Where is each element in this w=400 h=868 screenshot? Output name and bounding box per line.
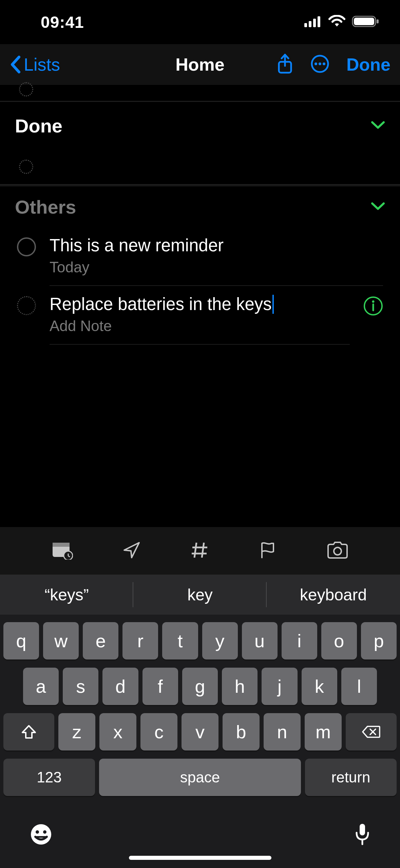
reminder-checkbox[interactable] [17,237,36,256]
svg-point-12 [323,62,325,65]
svg-line-22 [202,543,204,558]
key-o[interactable]: o [321,622,357,659]
key-h[interactable]: h [222,668,258,705]
emoji-icon [30,823,52,846]
key-n[interactable]: n [264,713,301,751]
reminder-checkbox[interactable] [19,82,33,96]
reminder-title-input[interactable]: Replace batteries in the keys [50,294,350,314]
key-numbers[interactable]: 123 [3,759,95,796]
share-icon [277,54,293,74]
content-area: Done Others This is a new reminder Today [0,85,400,345]
key-j[interactable]: j [262,668,297,705]
suggestion-1[interactable]: “keys” [0,575,133,615]
camera-icon [327,542,348,559]
reminder-row[interactable]: This is a new reminder Today [0,227,400,286]
key-l[interactable]: l [341,668,377,705]
section-header-others[interactable]: Others [0,186,400,227]
reminder-checkbox[interactable] [17,296,36,315]
key-v[interactable]: v [182,713,218,751]
key-q[interactable]: q [3,622,39,659]
svg-rect-31 [36,836,46,838]
status-bar: 09:41 [0,0,400,44]
key-b[interactable]: b [223,713,260,751]
svg-rect-2 [313,19,316,27]
keyboard-suggestions: “keys” key keyboard [0,575,400,615]
more-button[interactable] [310,54,329,75]
camera-button[interactable] [327,542,348,560]
key-x[interactable]: x [99,713,136,751]
done-button[interactable]: Done [346,54,391,75]
reminder-subtitle: Today [50,259,383,276]
section-title: Others [15,196,76,218]
svg-line-21 [194,543,196,558]
tag-button[interactable] [190,541,209,561]
backspace-icon [362,725,380,739]
dictation-button[interactable] [355,822,370,848]
hash-icon [190,541,209,560]
key-d[interactable]: d [102,668,138,705]
key-t[interactable]: t [162,622,198,659]
reminder-title[interactable]: This is a new reminder [50,235,383,255]
shift-icon [21,724,37,739]
key-w[interactable]: w [43,622,79,659]
reminder-info-button[interactable] [363,294,383,345]
key-f[interactable]: f [142,668,178,705]
key-backspace[interactable] [346,713,397,751]
section-title: Done [15,115,62,137]
reminder-note-placeholder[interactable]: Add Note [50,318,350,334]
key-p[interactable]: p [361,622,397,659]
location-button[interactable] [122,541,141,561]
home-indicator[interactable] [129,856,271,860]
svg-rect-5 [354,18,374,25]
nav-bar: Lists Home Done [0,44,400,85]
reminder-checkbox[interactable] [19,160,33,174]
key-z[interactable]: z [58,713,95,751]
key-m[interactable]: m [305,713,342,751]
suggestion-3[interactable]: keyboard [267,575,400,615]
wifi-icon [328,15,346,29]
emoji-button[interactable] [30,823,52,847]
svg-rect-0 [304,23,307,27]
chevron-left-icon [9,55,22,74]
key-shift[interactable] [3,713,54,751]
key-c[interactable]: c [140,713,177,751]
svg-point-30 [43,830,46,834]
key-e[interactable]: e [83,622,118,659]
section-header-done[interactable]: Done [0,102,400,149]
location-icon [122,541,141,560]
key-s[interactable]: s [63,668,98,705]
text-cursor [272,295,274,314]
chevron-down-icon [371,201,385,212]
info-circle-icon [363,296,383,316]
svg-point-11 [319,62,321,65]
key-r[interactable]: r [122,622,158,659]
key-u[interactable]: u [242,622,278,659]
share-button[interactable] [277,54,293,75]
cellular-icon [304,16,322,29]
svg-rect-3 [318,16,320,27]
key-a[interactable]: a [23,668,59,705]
key-space[interactable]: space [99,759,301,796]
key-k[interactable]: k [302,668,337,705]
key-return[interactable]: return [305,759,397,796]
key-i[interactable]: i [282,622,317,659]
svg-point-29 [36,830,39,834]
status-icons [304,15,380,29]
back-label: Lists [24,54,60,75]
svg-point-14 [372,301,375,303]
empty-done-row[interactable] [0,149,400,185]
svg-rect-32 [360,824,365,835]
back-button[interactable]: Lists [9,54,60,75]
key-g[interactable]: g [182,668,218,705]
previous-section-peek [0,85,400,102]
calendar-button[interactable] [52,541,73,561]
key-y[interactable]: y [202,622,238,659]
flag-button[interactable] [259,541,278,561]
suggestion-2[interactable]: key [133,575,267,615]
status-time: 09:41 [41,13,84,32]
quick-action-toolbar [0,527,400,575]
flag-icon [259,541,278,560]
reminder-row-editing[interactable]: Replace batteries in the keys Add Note [0,286,400,345]
svg-rect-17 [53,543,70,547]
svg-point-28 [31,824,51,845]
